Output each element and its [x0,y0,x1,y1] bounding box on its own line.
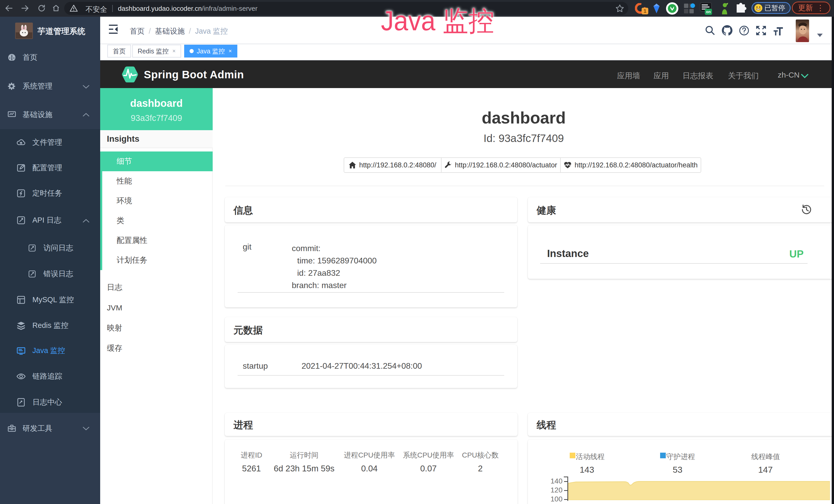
svg-text:1: 1 [643,8,646,14]
svg-text:on: on [706,9,711,14]
